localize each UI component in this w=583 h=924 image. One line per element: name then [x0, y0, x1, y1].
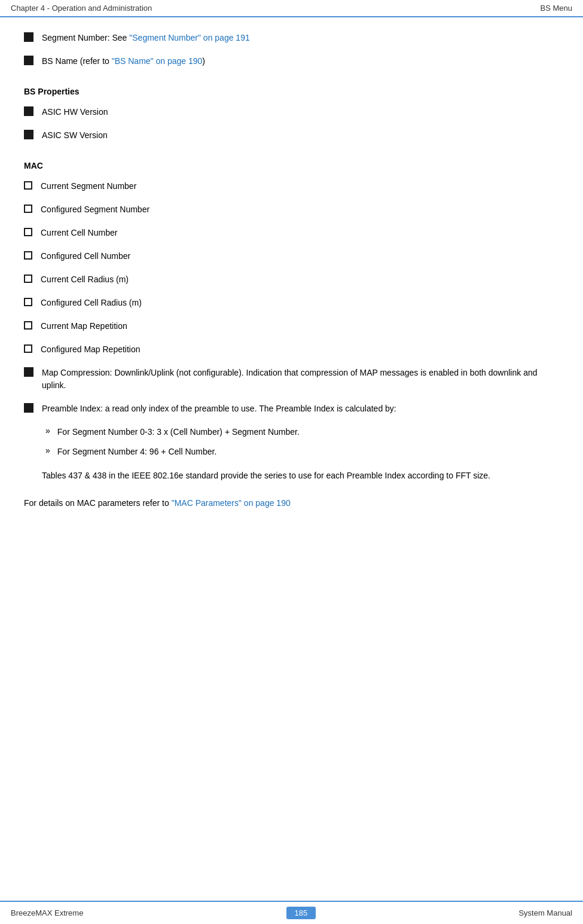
- list-item: BS Name (refer to "BS Name" on page 190): [24, 55, 559, 68]
- list-item: Segment Number: See "Segment Number" on …: [24, 32, 559, 44]
- list-item-current-cell-radius: Current Cell Radius (m): [24, 273, 559, 286]
- list-item-preamble: Preamble Index: a read only index of the…: [24, 402, 559, 415]
- preamble-text: Preamble Index: a read only index of the…: [42, 402, 396, 415]
- footer-page-number: 185: [286, 907, 316, 919]
- sub-list: » For Segment Number 0-3: 3 x (Cell Numb…: [45, 426, 559, 458]
- list-item-asic-hw: ASIC HW Version: [24, 106, 559, 118]
- bullet-outline-icon: [24, 298, 32, 306]
- bullet-outline-icon: [24, 321, 32, 330]
- configured-segment-text: Configured Segment Number: [41, 203, 149, 216]
- map-compression-text: Map Compression: Downlink/Uplink (not co…: [42, 367, 559, 392]
- bullet-icon: [24, 130, 33, 139]
- mac-parameters-link[interactable]: "MAC Parameters" on page 190: [172, 498, 291, 508]
- header-left: Chapter 4 - Operation and Administration: [11, 4, 152, 13]
- main-content: Segment Number: See "Segment Number" on …: [0, 17, 583, 554]
- configured-map-rep-text: Configured Map Repetition: [41, 343, 141, 356]
- current-map-rep-text: Current Map Repetition: [41, 320, 127, 333]
- list-item-configured-cell: Configured Cell Number: [24, 250, 559, 263]
- mac-parameters-paragraph: For details on MAC parameters refer to "…: [24, 496, 559, 510]
- bullet-icon: [24, 56, 33, 65]
- bullet-outline-icon: [24, 228, 32, 236]
- list-item-current-cell: Current Cell Number: [24, 227, 559, 239]
- bs-name-link[interactable]: "BS Name" on page 190: [112, 56, 203, 66]
- tables-paragraph: Tables 437 & 438 in the IEEE 802.16e sta…: [42, 469, 559, 482]
- bullet-outline-icon: [24, 181, 32, 190]
- footer-bar: BreezeMAX Extreme 185 System Manual: [0, 901, 583, 924]
- arrow-icon: »: [45, 446, 50, 455]
- list-item-current-segment: Current Segment Number: [24, 180, 559, 193]
- list-item-configured-cell-radius: Configured Cell Radius (m): [24, 297, 559, 309]
- bullet-icon: [24, 367, 33, 377]
- bullet-icon: [24, 32, 33, 42]
- sub-item-segment-4: » For Segment Number 4: 96 + Cell Number…: [45, 446, 559, 458]
- list-item-asic-sw: ASIC SW Version: [24, 129, 559, 142]
- bullet-icon: [24, 106, 33, 116]
- header-right: BS Menu: [541, 4, 572, 13]
- configured-cell-radius-text: Configured Cell Radius (m): [41, 297, 142, 309]
- list-item-current-map-rep: Current Map Repetition: [24, 320, 559, 333]
- mac-heading: MAC: [24, 161, 559, 170]
- bullet-icon: [24, 403, 33, 413]
- footer-left: BreezeMAX Extreme: [11, 908, 83, 917]
- current-cell-text: Current Cell Number: [41, 227, 117, 239]
- sub-item-text: For Segment Number 0-3: 3 x (Cell Number…: [57, 426, 300, 438]
- bs-properties-heading: BS Properties: [24, 87, 559, 96]
- segment-number-link[interactable]: "Segment Number" on page 191: [129, 33, 249, 42]
- header-bar: Chapter 4 - Operation and Administration…: [0, 0, 583, 17]
- footer-right: System Manual: [518, 908, 572, 917]
- list-item-map-compression: Map Compression: Downlink/Uplink (not co…: [24, 367, 559, 392]
- bullet-outline-icon: [24, 205, 32, 213]
- arrow-icon: »: [45, 426, 50, 435]
- configured-cell-text: Configured Cell Number: [41, 250, 130, 263]
- list-item-configured-map-rep: Configured Map Repetition: [24, 343, 559, 356]
- bullet-outline-icon: [24, 275, 32, 283]
- current-cell-radius-text: Current Cell Radius (m): [41, 273, 129, 286]
- asic-sw-text: ASIC SW Version: [42, 129, 108, 142]
- bullet-outline-icon: [24, 344, 32, 353]
- sub-item-text: For Segment Number 4: 96 + Cell Number.: [57, 446, 217, 458]
- item-text: BS Name (refer to "BS Name" on page 190): [42, 55, 205, 68]
- asic-hw-text: ASIC HW Version: [42, 106, 108, 118]
- current-segment-text: Current Segment Number: [41, 180, 136, 193]
- item-text: Segment Number: See "Segment Number" on …: [42, 32, 250, 44]
- bullet-outline-icon: [24, 251, 32, 260]
- sub-item-segment-0-3: » For Segment Number 0-3: 3 x (Cell Numb…: [45, 426, 559, 438]
- list-item-configured-segment: Configured Segment Number: [24, 203, 559, 216]
